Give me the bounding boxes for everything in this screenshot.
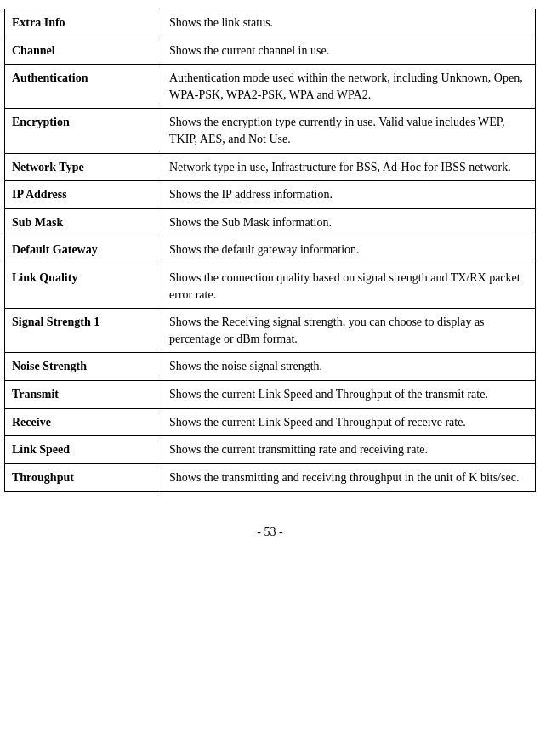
row-label: Network Type bbox=[5, 153, 162, 181]
row-label: Noise Strength bbox=[5, 353, 162, 381]
table-row: ThroughputShows the transmitting and rec… bbox=[5, 463, 536, 492]
row-description: Shows the current Link Speed and Through… bbox=[162, 408, 536, 436]
row-description: Network type in use, Infrastructure for … bbox=[162, 153, 536, 181]
row-label: Encryption bbox=[5, 109, 162, 153]
page-number: - 53 - bbox=[257, 526, 282, 538]
info-table: Extra InfoShows the link status.ChannelS… bbox=[4, 9, 536, 492]
row-description: Shows the current transmitting rate and … bbox=[162, 436, 536, 464]
table-row: ChannelShows the current channel in use. bbox=[5, 37, 536, 65]
row-label: Transmit bbox=[5, 380, 162, 408]
row-label: Authentication bbox=[5, 65, 162, 109]
row-description: Shows the current channel in use. bbox=[162, 37, 536, 65]
row-label: Extra Info bbox=[5, 9, 162, 37]
row-description: Authentication mode used within the netw… bbox=[162, 65, 536, 109]
table-row: Signal Strength 1Shows the Receiving sig… bbox=[5, 309, 536, 353]
row-label: Throughput bbox=[5, 463, 162, 492]
table-row: AuthenticationAuthentication mode used w… bbox=[5, 65, 536, 109]
row-label: Default Gateway bbox=[5, 236, 162, 264]
page-footer: - 53 - bbox=[0, 526, 540, 539]
row-description: Shows the Receiving signal strength, you… bbox=[162, 309, 536, 353]
table-row: Extra InfoShows the link status. bbox=[5, 9, 536, 37]
table-row: Sub MaskShows the Sub Mask information. bbox=[5, 208, 536, 236]
row-label: Link Speed bbox=[5, 436, 162, 464]
row-description: Shows the encryption type currently in u… bbox=[162, 109, 536, 153]
table-row: ReceiveShows the current Link Speed and … bbox=[5, 408, 536, 436]
row-label: Signal Strength 1 bbox=[5, 309, 162, 353]
row-label: IP Address bbox=[5, 181, 162, 209]
table-row: Link SpeedShows the current transmitting… bbox=[5, 436, 536, 464]
row-label: Sub Mask bbox=[5, 208, 162, 236]
table-row: EncryptionShows the encryption type curr… bbox=[5, 109, 536, 153]
row-label: Link Quality bbox=[5, 264, 162, 308]
row-description: Shows the transmitting and receiving thr… bbox=[162, 463, 536, 492]
table-row: Default GatewayShows the default gateway… bbox=[5, 236, 536, 264]
page-content: Extra InfoShows the link status.ChannelS… bbox=[4, 9, 536, 492]
row-label: Channel bbox=[5, 37, 162, 65]
row-description: Shows the IP address information. bbox=[162, 181, 536, 209]
table-row: IP AddressShows the IP address informati… bbox=[5, 181, 536, 209]
table-row: Link QualityShows the connection quality… bbox=[5, 264, 536, 308]
table-row: Noise StrengthShows the noise signal str… bbox=[5, 353, 536, 381]
row-description: Shows the current Link Speed and Through… bbox=[162, 380, 536, 408]
table-row: Network TypeNetwork type in use, Infrast… bbox=[5, 153, 536, 181]
row-description: Shows the noise signal strength. bbox=[162, 353, 536, 381]
row-description: Shows the default gateway information. bbox=[162, 236, 536, 264]
row-description: Shows the link status. bbox=[162, 9, 536, 37]
table-row: TransmitShows the current Link Speed and… bbox=[5, 380, 536, 408]
row-description: Shows the Sub Mask information. bbox=[162, 208, 536, 236]
row-description: Shows the connection quality based on si… bbox=[162, 264, 536, 308]
row-label: Receive bbox=[5, 408, 162, 436]
